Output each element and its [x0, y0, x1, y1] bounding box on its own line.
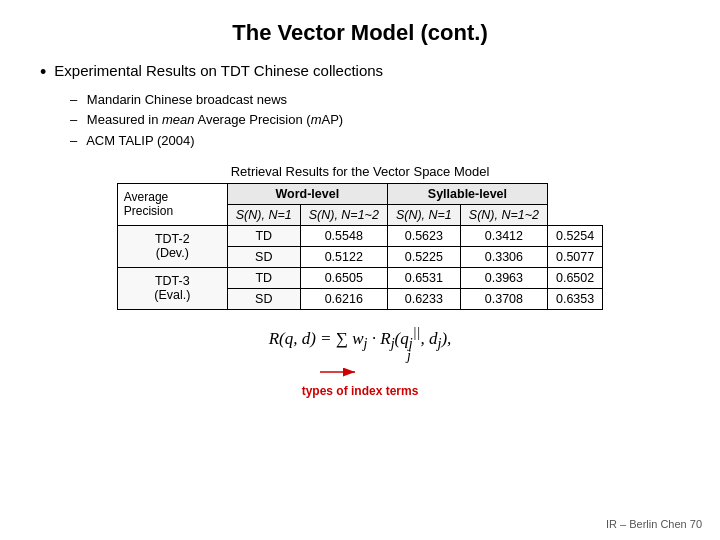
val-r3-c1: 0.6233 [387, 288, 460, 309]
bullet-main-text: Experimental Results on TDT Chinese coll… [54, 62, 383, 79]
syllable-level-header: Syllable-level [387, 183, 547, 204]
val-r1-c1: 0.5225 [387, 246, 460, 267]
val-r3-c2: 0.3708 [460, 288, 547, 309]
word-level-header: Word-level [227, 183, 387, 204]
wl-n12-header: S(N), N=1~2 [300, 204, 387, 225]
val-r0-c0: 0.5548 [300, 225, 387, 246]
val-r2-c3: 0.6502 [547, 267, 602, 288]
val-r1-c3: 0.5077 [547, 246, 602, 267]
slide-page: The Vector Model (cont.) • Experimental … [0, 0, 720, 540]
val-r2-c0: 0.6505 [300, 267, 387, 288]
sub-bullet-3: – ACM TALIP (2004) [70, 131, 680, 152]
footer-label: IR – Berlin Chen 70 [606, 518, 702, 530]
results-table: Average Precision Word-level Syllable-le… [117, 183, 603, 310]
val-r0-c2: 0.3412 [460, 225, 547, 246]
type-sd-1: SD [227, 246, 300, 267]
slide-title: The Vector Model (cont.) [40, 20, 680, 46]
table-section: Retrieval Results for the Vector Space M… [40, 164, 680, 310]
wl-n1-header: S(N), N=1 [227, 204, 300, 225]
sl-n1-header: S(N), N=1 [387, 204, 460, 225]
formula-area: R(q, d) = ∑ wj · Rj(qj||, dj), j types o… [40, 324, 680, 398]
val-r1-c0: 0.5122 [300, 246, 387, 267]
bullet-dot: • [40, 62, 46, 84]
sub-bullet-1: – Mandarin Chinese broadcast news [70, 90, 680, 111]
formula-subscript: j [40, 348, 680, 364]
arrow-label-container: types of index terms [300, 364, 420, 398]
val-r0-c1: 0.5623 [387, 225, 460, 246]
type-sd-2: SD [227, 288, 300, 309]
sub-bullets: – Mandarin Chinese broadcast news – Meas… [70, 90, 680, 152]
group-label-tdt2: TDT-2(Dev.) [117, 225, 227, 267]
avg-precision-header: Average Precision [117, 183, 227, 225]
sub-bullet-2: – Measured in mean Average Precision (mA… [70, 110, 680, 131]
sl-n12-header: S(N), N=1~2 [460, 204, 547, 225]
type-td-2: TD [227, 267, 300, 288]
bullet-section: • Experimental Results on TDT Chinese co… [40, 62, 680, 152]
group-label-tdt3: TDT-3(Eval.) [117, 267, 227, 309]
val-r2-c1: 0.6531 [387, 267, 460, 288]
val-r0-c3: 0.5254 [547, 225, 602, 246]
bullet-main: • Experimental Results on TDT Chinese co… [40, 62, 680, 84]
val-r1-c2: 0.3306 [460, 246, 547, 267]
val-r3-c0: 0.6216 [300, 288, 387, 309]
type-td-1: TD [227, 225, 300, 246]
arrow-label-text: types of index terms [300, 384, 420, 398]
table-title: Retrieval Results for the Vector Space M… [40, 164, 680, 179]
val-r3-c3: 0.6353 [547, 288, 602, 309]
val-r2-c2: 0.3963 [460, 267, 547, 288]
